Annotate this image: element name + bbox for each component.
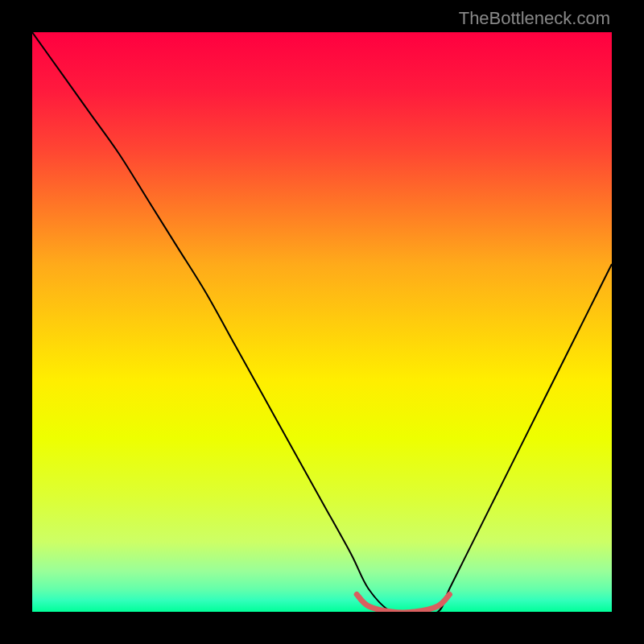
watermark-text: TheBottleneck.com bbox=[459, 8, 610, 29]
bottleneck-curve bbox=[32, 32, 612, 612]
plot-area bbox=[32, 32, 612, 612]
chart-svg bbox=[32, 32, 612, 612]
chart-container: TheBottleneck.com bbox=[0, 0, 644, 644]
valley-highlight bbox=[357, 594, 449, 612]
